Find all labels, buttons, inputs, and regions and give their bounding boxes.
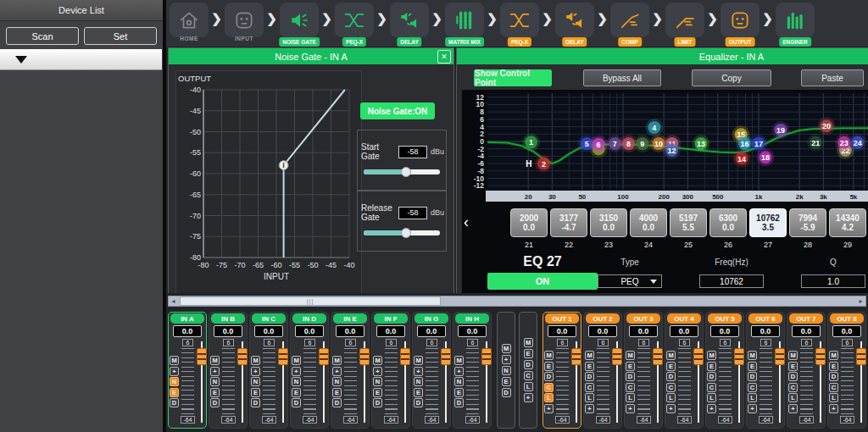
strip-button-e[interactable]: E [788,362,798,371]
strip-button-d[interactable]: D [210,398,220,407]
strip-button-m[interactable]: M [292,356,301,365]
strip-button-plus[interactable]: + [373,367,382,376]
strip-button-plus[interactable]: + [414,367,423,376]
gain-value[interactable]: 0.0 [670,325,698,337]
fader-handle[interactable] [400,348,410,365]
show-control-point-button[interactable]: Show Control Point [474,69,552,86]
channel-strip-in-f[interactable]: IN F0.0M+NED6-64 [371,312,410,429]
gain-value[interactable]: 0.0 [548,325,576,337]
device-dropdown[interactable] [0,49,162,70]
eq-point-18[interactable]: 18 [756,148,774,166]
eq-band-cell-25[interactable]: 51975.5 [670,208,707,237]
scrollbar-thumb[interactable]: ||| [180,296,441,306]
gain-value[interactable]: 0.0 [173,325,202,337]
toolbar-item-enginer[interactable]: ENGINER [776,3,815,47]
eq-point-20[interactable]: 20 [817,117,835,135]
strip-button-e[interactable]: E [373,388,382,397]
strip-button-l[interactable]: L [544,393,554,402]
channel-strip-out-1[interactable]: OUT 10.0MEDCL+6-64 [542,312,581,429]
strip-button-m[interactable]: M [626,351,635,360]
strip-button-d[interactable]: D [544,372,554,381]
eq-band-cell-21[interactable]: 20000.0 [510,208,548,237]
bus-button-m[interactable]: M [524,338,533,347]
channel-strip-in-g[interactable]: IN G0.0M+NED6-64 [412,312,451,429]
strip-button-plus[interactable]: + [707,404,716,413]
strip-button-c[interactable]: C [666,383,676,392]
strip-button-e[interactable]: E [210,388,220,397]
eq-band-cell-28[interactable]: 7994-5.9 [789,208,826,237]
gain-value[interactable]: 0.0 [376,325,405,337]
toolbar-item-delay[interactable]: DELAY [555,3,594,47]
bus-button-d[interactable]: D [502,388,511,397]
bus-button-d[interactable]: D [524,360,533,369]
strip-button-plus[interactable]: + [210,367,220,376]
eq-point-12[interactable]: 12 [663,141,681,159]
bypass-all-button[interactable]: Bypass All [583,69,661,86]
strip-button-c[interactable]: C [748,383,757,392]
gain-value[interactable]: 0.0 [458,325,487,337]
bus-button-e[interactable]: E [502,377,511,386]
toolbar-item-home[interactable]: HOME [170,3,209,47]
strip-button-plus[interactable]: + [666,404,676,413]
channel-label[interactable]: OUT 4 [667,313,701,324]
strip-button-c[interactable]: C [585,383,594,392]
strip-button-e[interactable]: E [585,362,594,371]
channel-strip-in-b[interactable]: IN B0.0M+NED6-64 [209,312,248,429]
strip-button-m[interactable]: M [585,351,594,360]
band-scroll-left-icon[interactable]: ‹ [464,213,469,231]
strip-button-e[interactable]: E [170,388,179,397]
fader-handle[interactable] [571,348,581,365]
channel-label[interactable]: IN A [170,313,204,324]
toolbar-item-noise-gate[interactable]: NOISE GATE [280,3,319,47]
strip-button-m[interactable]: M [373,356,382,365]
fader-handle[interactable] [775,348,785,365]
strip-button-plus[interactable]: + [292,367,301,376]
strip-button-m[interactable]: M [666,351,676,360]
strip-button-c[interactable]: C [707,383,716,392]
strip-button-m[interactable]: M [251,356,260,365]
strip-button-plus[interactable]: + [454,367,464,376]
eq-on-button[interactable]: ON [487,273,598,290]
strip-button-plus[interactable]: + [170,367,179,376]
strip-button-e[interactable]: E [707,362,716,371]
strip-button-c[interactable]: C [544,383,554,392]
eq-point-6[interactable]: 6 [590,136,608,153]
strip-button-m[interactable]: M [829,351,838,360]
gain-value[interactable]: 0.0 [792,325,821,337]
fader-handle[interactable] [653,348,663,365]
gain-value[interactable]: 0.0 [417,325,446,337]
channel-strip-in-d[interactable]: IN D0.0M+NED6-64 [290,312,329,429]
strip-button-n[interactable]: N [373,377,382,386]
strip-button-d[interactable]: D [626,372,635,381]
channel-label[interactable]: OUT 5 [708,313,742,324]
strip-button-m[interactable]: M [544,351,554,360]
gain-value[interactable]: 0.0 [588,325,617,337]
release-gate-slider[interactable] [364,230,440,235]
fader-handle[interactable] [197,348,207,365]
paste-button[interactable]: Paste [801,69,864,86]
fader-handle[interactable] [359,348,370,365]
eq-point-14[interactable]: 14 [733,150,751,168]
strip-button-n[interactable]: N [210,377,220,386]
bus-button-plus[interactable]: + [524,393,533,402]
strip-button-plus[interactable]: + [626,404,635,413]
bus-button-l[interactable]: L [524,382,533,391]
strip-button-l[interactable]: L [626,393,635,402]
channel-label[interactable]: IN D [292,313,326,324]
strip-button-l[interactable]: L [748,393,757,402]
channel-strip-out-8[interactable]: OUT 80.0MEDCL+6-64 [827,312,866,429]
eq-point-24[interactable]: 24 [849,134,866,152]
strip-button-plus[interactable]: + [748,404,757,413]
channel-label[interactable]: IN H [455,313,489,324]
channel-strip-in-h[interactable]: IN H0.0M+NED6-64 [453,312,492,429]
strip-button-m[interactable]: M [414,356,423,365]
fader-handle[interactable] [734,348,744,365]
fader-handle[interactable] [693,348,704,365]
release-gate-slider-handle[interactable] [401,228,411,238]
gain-value[interactable]: 0.0 [295,325,324,337]
channel-label[interactable]: OUT 7 [789,313,823,324]
bus-button-e[interactable]: E [524,349,533,358]
strip-button-e[interactable]: E [666,362,676,371]
fader-handle[interactable] [612,348,622,365]
channel-label[interactable]: OUT 1 [545,313,579,324]
